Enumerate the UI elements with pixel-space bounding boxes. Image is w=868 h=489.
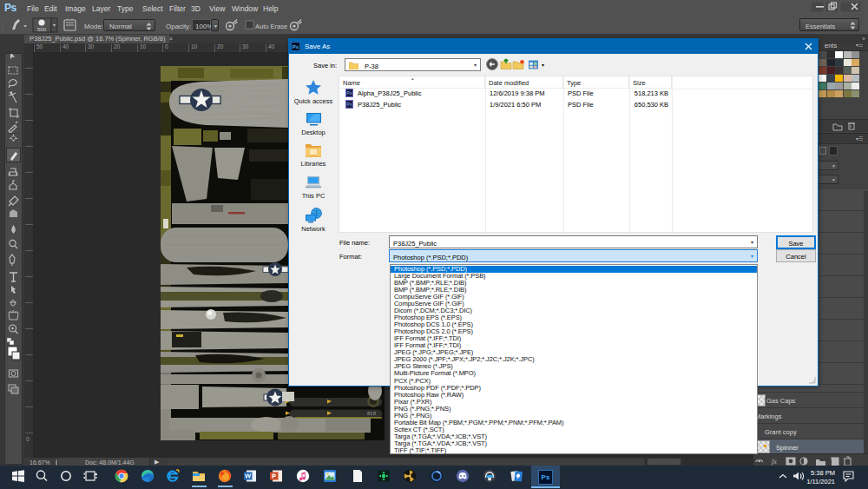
svg-text:fx: fx [772, 458, 777, 466]
svg-text:500: 500 [37, 27, 47, 32]
svg-text:818: 818 [367, 411, 377, 416]
